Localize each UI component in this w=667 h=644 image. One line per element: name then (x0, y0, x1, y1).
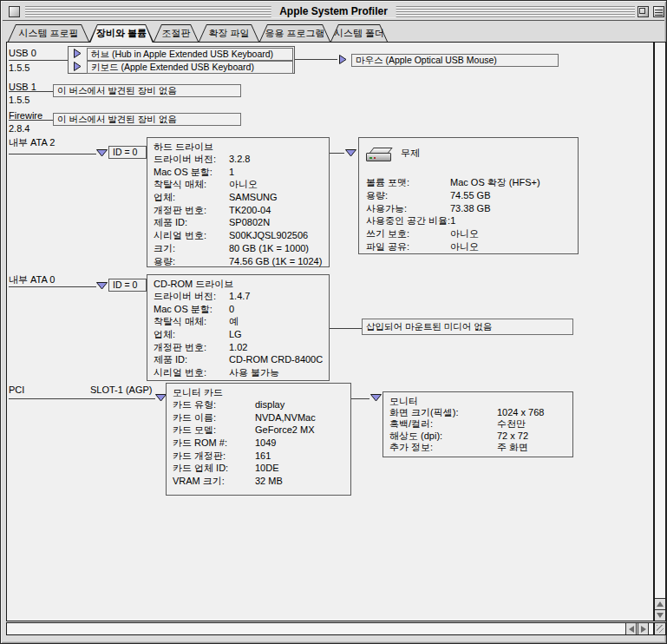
info-row: 제품 ID:SP0802N (154, 216, 329, 229)
row-label: 드라이버 버전: (154, 153, 229, 166)
connector-line (9, 60, 68, 61)
device-tree: USB 0 1.5.5 허브 (Hub in Apple Extended US… (1, 1, 666, 643)
info-row: 카드 모델:GeForce2 MX (173, 424, 350, 437)
apple-system-profiler-window: Apple System Profiler 시스템 프로필 장비와 볼륨 조절판… (0, 0, 667, 644)
row-label: 카드 업체 ID: (173, 462, 255, 475)
cdrom-title: CD-ROM 드라이브 (147, 275, 329, 290)
row-label: 화면 크기(픽셀): (389, 407, 497, 418)
tab-label: 조절판 (154, 27, 199, 40)
connector-line (9, 120, 53, 121)
row-value: SAMSUNG (229, 191, 278, 204)
bus-label-pci: PCI (9, 384, 24, 395)
row-label: 제품 ID: (154, 216, 229, 229)
row-value: GeForce2 MX (255, 424, 314, 437)
monitor-rows: 화면 크기(픽셀):1024 x 768 흑백/컬러:수천만 해상도 (dpi)… (383, 407, 572, 453)
disclosure-triangle-icon[interactable] (74, 49, 82, 58)
row-label: 크기: (154, 242, 229, 255)
row-value: 사용 불가능 (229, 366, 279, 379)
tab-label: 장비와 볼륨 (89, 27, 154, 40)
tab-system-profile[interactable]: 시스템 프로필 (8, 24, 89, 42)
row-value: 예 (229, 315, 239, 328)
scroll-up-button[interactable] (655, 598, 665, 609)
disk-led (369, 157, 372, 159)
row-label: 드라이버 버전: (154, 290, 229, 303)
disclosure-triangle-icon[interactable] (339, 55, 347, 64)
info-row: 해상도 (dpi):72 x 72 (389, 430, 572, 442)
row-value: LG (229, 328, 242, 341)
info-row: VRAM 크기:32 MB (173, 475, 350, 488)
info-row: 시리얼 번호:S00KJQSL902506 (154, 229, 329, 242)
disclosure-triangle-icon[interactable] (345, 149, 356, 157)
info-row: 제품 ID:CD-ROM CRD-8400C (154, 353, 329, 366)
bus-version-firewire: 2.8.4 (9, 123, 29, 134)
info-row: 드라이버 버전:3.2.8 (154, 153, 329, 166)
scroll-right-button[interactable] (638, 623, 649, 634)
hard-drive-title: 하드 드라이브 (147, 138, 329, 153)
horizontal-scrollbar[interactable] (6, 622, 654, 635)
tab-extensions[interactable]: 확장 파일 (199, 24, 259, 42)
disk-led2 (374, 157, 376, 159)
row-label: 카드 유형: (173, 398, 255, 411)
info-row: 카드 유형:display (173, 398, 350, 411)
tab-system-folders[interactable]: 시스템 폴더 (330, 24, 388, 42)
row-value: 1.02 (229, 341, 247, 354)
row-label: 흑백/컬러: (389, 418, 497, 430)
row-value: 32 MB (255, 475, 283, 488)
scroll-down-button[interactable] (655, 609, 665, 621)
tab-devices-and-volumes[interactable]: 장비와 볼륨 (89, 24, 154, 42)
row-label: Mac OS 분할: (154, 166, 229, 179)
info-row: 흑백/컬러:수천만 (389, 418, 572, 430)
disk-front (366, 153, 391, 161)
tab-control-panels[interactable]: 조절판 (154, 24, 199, 42)
volume-rows: 볼륨 포맷:Mac OS 확장 (HFS+) 용량:74.55 GB 사용가능:… (359, 176, 578, 253)
monitor-info-box: 모니터 화면 크기(픽셀):1024 x 768 흑백/컬러:수천만 해상도 (… (383, 391, 573, 457)
row-label: 개정판 번호: (154, 341, 229, 354)
row-value: 74.56 GB (1K = 1024) (229, 255, 322, 268)
row-label: 해상도 (dpi): (389, 430, 497, 442)
info-row: 착탈식 매체:예 (154, 315, 329, 328)
info-row: Mac OS 분할:0 (154, 303, 329, 316)
info-row: 화면 크기(픽셀):1024 x 768 (389, 407, 572, 418)
tab-label: 시스템 프로필 (8, 27, 89, 40)
row-label: 착탈식 매체: (154, 178, 229, 191)
vertical-scrollbar[interactable] (654, 42, 666, 621)
info-row: 업체:LG (154, 328, 329, 341)
arrow-up-icon (657, 601, 664, 607)
disclosure-triangle-icon[interactable] (370, 394, 382, 402)
row-label: 카드 이름: (173, 411, 255, 424)
monitor-title: 모니터 (383, 392, 572, 407)
connector-line (9, 398, 155, 399)
row-label: 제품 ID: (154, 353, 229, 366)
row-value: 74.55 GB (450, 189, 490, 202)
row-label: Mac OS 분할: (154, 303, 229, 316)
pci-slot-label: SLOT-1 (AGP) (90, 384, 153, 395)
row-value: 수천만 (497, 418, 526, 430)
device-box-mouse: 마우스 (Apple Optical USB Mouse) (351, 54, 559, 67)
scroll-left-button[interactable] (625, 623, 637, 634)
arrow-down-icon (657, 613, 664, 618)
grow-lines-icon (657, 625, 664, 633)
bus-label-usb0: USB 0 (9, 48, 36, 58)
row-value: 72 x 72 (497, 430, 528, 442)
row-label: 카드 개정판: (173, 450, 255, 463)
cdrom-info-box: CD-ROM 드라이브 드라이버 버전:1.4.7 Mac OS 분할:0 착탈… (147, 274, 330, 381)
device-box-hub: 허브 (Hub in Apple Extended USB Keyboard) (87, 48, 293, 61)
row-label: 쓰기 보호: (366, 227, 450, 240)
disclosure-triangle-icon[interactable] (96, 282, 108, 290)
display-card-info-box: 모니터 카드 카드 유형:display 카드 이름:NVDA,NVMac 카드… (166, 383, 351, 496)
info-row: 쓰기 보호:아니오 (366, 227, 578, 240)
usb1-empty-box: 이 버스에서 발견된 장비 없음 (53, 84, 241, 97)
row-value: CD-ROM CRD-8400C (229, 353, 323, 366)
disclosure-triangle-icon[interactable] (96, 149, 108, 157)
disclosure-triangle-icon[interactable] (74, 62, 82, 71)
tab-applications[interactable]: 응용 프로그램 (259, 24, 330, 42)
resize-grow-box[interactable] (654, 622, 666, 635)
row-label: 파일 공유: (366, 240, 450, 253)
hard-drive-rows: 드라이버 버전:3.2.8 Mac OS 분할:1 착탈식 매체:아니오 업체:… (147, 153, 329, 267)
tab-label: 응용 프로그램 (259, 27, 330, 40)
row-label: 착탈식 매체: (154, 315, 229, 328)
row-label: 업체: (154, 191, 229, 204)
row-value: S00KJQSL902506 (229, 229, 308, 242)
row-label: 볼륨 포맷: (366, 176, 450, 189)
row-label: 카드 모델: (173, 424, 255, 437)
